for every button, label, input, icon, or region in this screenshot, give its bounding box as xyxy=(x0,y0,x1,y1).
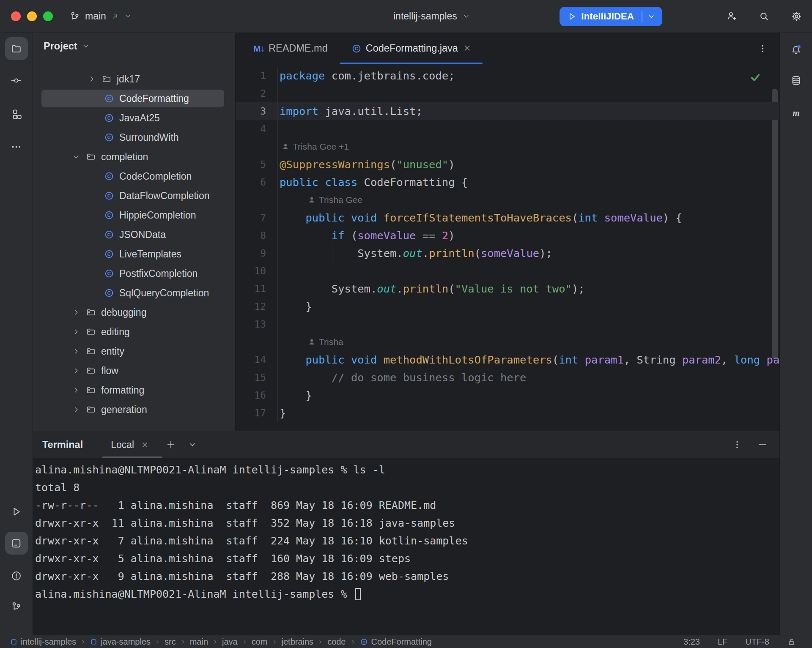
code-line-7[interactable]: 7 public void forceIfStatementsToHaveBra… xyxy=(236,209,779,227)
tree-item-HippieCompletion[interactable]: CHippieCompletion xyxy=(33,205,235,225)
caret-position[interactable]: 3:23 xyxy=(683,637,700,647)
code-line-9[interactable]: 9 System.out.println(someValue); xyxy=(236,244,779,262)
hide-terminal-icon[interactable] xyxy=(757,440,768,450)
breadcrumb-item-main[interactable]: main xyxy=(190,637,208,647)
code-author-annotation[interactable]: Trisha xyxy=(236,333,779,351)
minimize-window-button[interactable] xyxy=(27,11,37,21)
rail-button-version-control-tool[interactable] xyxy=(5,595,28,618)
tree-item-CodeFormatting[interactable]: CCodeFormatting xyxy=(33,89,235,108)
breadcrumb-item-com[interactable]: com xyxy=(252,637,268,647)
tree-item-label: debugging xyxy=(101,307,146,318)
tree-item-formatting[interactable]: formatting xyxy=(33,380,235,400)
run-button[interactable]: IntelliJIDEA xyxy=(560,7,662,26)
code-line-3[interactable]: 3import java.util.List; xyxy=(236,102,779,120)
zoom-window-button[interactable] xyxy=(43,11,53,21)
svg-text:C: C xyxy=(107,135,111,140)
code-line-4[interactable]: 4 xyxy=(236,120,779,138)
code-line-17[interactable]: 17} xyxy=(236,404,779,422)
tree-item-JavaAt25[interactable]: CJavaAt25 xyxy=(33,108,235,128)
tree-item-LiveTemplates[interactable]: CLiveTemplates xyxy=(33,244,235,264)
rail-button-maven-tool[interactable]: m xyxy=(785,101,807,124)
tree-item-debugging[interactable]: debugging xyxy=(33,303,235,322)
code-line-10[interactable]: 10 xyxy=(236,262,779,280)
tree-item-completion[interactable]: completion xyxy=(33,147,235,167)
tree-item-flow[interactable]: flow xyxy=(33,361,235,380)
search-icon[interactable] xyxy=(758,11,770,22)
add-user-icon[interactable] xyxy=(726,11,737,22)
code-line-15[interactable]: 15 // do some business logic here xyxy=(236,369,779,386)
tree-item-generation[interactable]: generation xyxy=(33,400,235,419)
chevron-right-icon[interactable] xyxy=(71,327,81,336)
lock-open-icon[interactable] xyxy=(787,637,796,646)
chevron-down-icon[interactable] xyxy=(71,152,81,161)
rail-button-project-tool[interactable] xyxy=(5,37,28,60)
code-editor[interactable]: 1package com.jetbrains.code;23import jav… xyxy=(236,64,779,431)
breadcrumb-item-java[interactable]: java xyxy=(222,637,238,647)
tab-options-kebab-icon[interactable] xyxy=(757,44,768,54)
tree-item-entity[interactable]: entity xyxy=(33,342,235,361)
rail-button-commit-tool[interactable] xyxy=(5,69,28,92)
editor-tab-README.md[interactable]: M↓README.md xyxy=(241,33,340,64)
tree-item-label: CodeCompletion xyxy=(119,171,192,182)
tree-item-JSONData[interactable]: CJSONData xyxy=(33,225,235,244)
code-author-annotation[interactable]: Trisha Gee +1 xyxy=(236,138,779,156)
line-ending[interactable]: LF xyxy=(718,637,727,647)
chevron-down-icon[interactable] xyxy=(188,440,197,449)
encoding[interactable]: UTF-8 xyxy=(745,637,769,647)
code-line-8[interactable]: 8 if (someValue == 2) xyxy=(236,227,779,244)
tree-item-DataFlowCompletion[interactable]: CDataFlowCompletion xyxy=(33,186,235,205)
rail-button-notifications[interactable] xyxy=(785,38,807,61)
breadcrumb-item-intellij-samples[interactable]: intellij-samples xyxy=(10,637,76,647)
tree-item-jdk17[interactable]: jdk17 xyxy=(33,69,235,89)
rail-button-run-tool[interactable] xyxy=(5,500,28,523)
rail-button-problems-tool[interactable] xyxy=(5,564,28,587)
breadcrumb-item-CodeFormatting[interactable]: CCodeFormatting xyxy=(360,637,432,647)
editor-tab-CodeFormatting.java[interactable]: CCodeFormatting.java× xyxy=(340,33,483,64)
close-window-button[interactable] xyxy=(11,11,21,21)
terminal-tab-local[interactable]: Local × xyxy=(111,431,148,458)
code-line-11[interactable]: 11 System.out.println("Value is not two"… xyxy=(236,280,779,298)
code-text: if (someValue == 2) xyxy=(278,229,455,242)
tree-item-SqlQueryCompletion[interactable]: CSqlQueryCompletion xyxy=(33,283,235,303)
code-line-6[interactable]: 6public class CodeFormatting { xyxy=(236,173,779,191)
code-author-annotation[interactable]: Trisha Gee xyxy=(236,191,779,209)
rail-button-database-tool[interactable] xyxy=(785,69,807,92)
breadcrumb-item-java-samples[interactable]: java-samples xyxy=(90,637,151,647)
tree-item-SurroundWith[interactable]: CSurroundWith xyxy=(33,128,235,147)
code-line-5[interactable]: 5@SuppressWarnings("unused") xyxy=(236,156,779,173)
terminal-output[interactable]: alina.mishina@NLTMP0021-AlinaM intellij-… xyxy=(33,458,779,635)
chevron-down-icon[interactable] xyxy=(647,12,656,21)
tree-item-CodeCompletion[interactable]: CCodeCompletion xyxy=(33,167,235,186)
chevron-right-icon[interactable] xyxy=(71,308,81,317)
close-icon[interactable]: × xyxy=(142,440,148,450)
rail-button-more-tool-windows[interactable] xyxy=(5,135,28,158)
chevron-right-icon[interactable] xyxy=(71,347,81,356)
chevron-right-icon[interactable] xyxy=(71,405,81,414)
terminal-header-actions xyxy=(732,431,768,458)
rail-button-structure-tool[interactable] xyxy=(5,103,28,126)
code-line-1[interactable]: 1package com.jetbrains.code; xyxy=(236,67,779,85)
breadcrumb-item-code[interactable]: code xyxy=(327,637,346,647)
chevron-right-icon[interactable] xyxy=(71,386,81,395)
gear-icon[interactable] xyxy=(791,11,802,22)
code-line-12[interactable]: 12 } xyxy=(236,298,779,315)
tree-item-label: flow xyxy=(101,365,118,377)
git-branch-widget[interactable]: main xyxy=(69,0,132,33)
terminal-prompt[interactable]: alina.mishina@NLTMP0021-AlinaM intellij-… xyxy=(35,585,779,603)
chevron-right-icon[interactable] xyxy=(87,74,96,84)
tree-item-editing[interactable]: editing xyxy=(33,322,235,342)
code-line-2[interactable]: 2 xyxy=(236,85,779,102)
rail-button-terminal-tool[interactable] xyxy=(5,532,28,555)
close-icon[interactable]: × xyxy=(464,43,471,54)
terminal-options-kebab-icon[interactable] xyxy=(732,440,742,450)
breadcrumb-item-src[interactable]: src xyxy=(165,637,176,647)
new-terminal-plus-icon[interactable] xyxy=(166,440,176,450)
chevron-right-icon[interactable] xyxy=(71,366,81,375)
project-switcher[interactable]: intellij-samples xyxy=(393,0,470,33)
breadcrumb-item-jetbrains[interactable]: jetbrains xyxy=(282,637,314,647)
project-panel-header[interactable]: Project xyxy=(33,33,235,59)
code-line-13[interactable]: 13 xyxy=(236,315,779,333)
code-line-16[interactable]: 16 } xyxy=(236,386,779,404)
code-line-14[interactable]: 14 public void methodWithLotsOfParameter… xyxy=(236,351,779,369)
tree-item-PostfixCompletion[interactable]: CPostfixCompletion xyxy=(33,264,235,283)
